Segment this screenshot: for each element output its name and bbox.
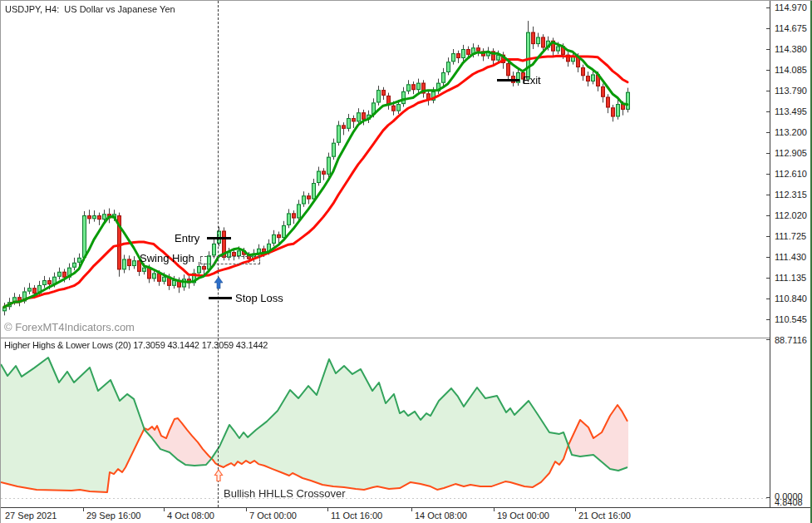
price-axis-label: 112.020: [775, 210, 807, 220]
price-axis-label: 113.495: [775, 106, 807, 116]
price-axis-label: 112.905: [775, 148, 807, 158]
stop-loss-label[interactable]: Stop Loss: [235, 292, 283, 304]
time-axis-label: 19 Oct 00:00: [497, 511, 549, 521]
price-axis-label: 111.135: [775, 273, 806, 283]
price-axis-label: 112.315: [775, 190, 807, 200]
price-axis-tick: [766, 319, 770, 320]
indicator-scale-tick: [766, 497, 770, 498]
price-axis-tick: [766, 195, 770, 195]
price-axis-tick: [766, 49, 770, 50]
price-axis-label: 112.610: [775, 169, 807, 179]
chart-symbol-title: USDJPY, H4: US Dollar vs Japanese Yen: [5, 4, 175, 14]
time-axis-label: 7 Oct 00:00: [249, 511, 297, 521]
price-axis-tick: [766, 153, 770, 154]
indicator-scale-min: 4.8408: [775, 497, 803, 507]
price-axis-tick: [766, 70, 770, 71]
time-axis-tick: [246, 508, 247, 511]
vertical-dashed-line[interactable]: [218, 1, 219, 507]
watermark-text: © ForexMT4Indicators.com: [4, 321, 135, 333]
price-axis-label: 114.970: [775, 2, 807, 12]
time-axis-label: 21 Oct 16:00: [578, 511, 631, 521]
price-axis-tick: [766, 7, 770, 8]
price-axis-label: 114.380: [775, 44, 807, 54]
exit-label[interactable]: Exit: [523, 74, 541, 86]
price-axis-label: 110.840: [775, 294, 807, 303]
price-axis-label: 114.085: [775, 65, 807, 75]
swing-high-dashed-zone[interactable]: [200, 256, 260, 264]
price-axis-label: 113.200: [775, 127, 807, 137]
price-axis-label: 111.430: [775, 252, 806, 262]
price-axis-tick: [766, 91, 770, 91]
price-axis-tick: [766, 215, 770, 216]
entry-price-line[interactable]: [207, 237, 231, 239]
crossover-label[interactable]: Bullish HHLLS Crossover: [224, 487, 346, 500]
time-axis: 27 Sep 202129 Sep 16:004 Oct 08:007 Oct …: [1, 507, 812, 523]
time-axis-tick: [411, 508, 412, 511]
time-axis-label: 4 Oct 08:00: [167, 511, 214, 521]
price-axis-label: 110.545: [775, 314, 807, 324]
time-axis-label: 11 Oct 16:00: [331, 511, 382, 521]
time-axis-label: 27 Sep 2021: [5, 511, 57, 521]
price-axis-tick: [766, 278, 770, 279]
price-axis-tick: [766, 299, 770, 299]
entry-label[interactable]: Entry: [175, 232, 199, 244]
mt-chart-window: USDJPY, H4: US Dollar vs Japanese Yen © …: [0, 0, 812, 523]
indicator-title: Higher Highs & Lower Lows (20) 17.3059 4…: [4, 340, 268, 350]
time-axis-tick: [494, 508, 495, 511]
price-axis-tick: [766, 132, 770, 133]
price-axis-label: 113.790: [775, 86, 807, 96]
main-chart-canvas[interactable]: [1, 1, 770, 338]
price-axis: 114.970114.675114.380114.085113.790113.4…: [770, 1, 812, 507]
buy-arrow-icon[interactable]: [214, 276, 224, 289]
indicator-panel: Higher Highs & Lower Lows (20) 17.3059 4…: [1, 338, 770, 507]
time-axis-label: 29 Sep 16:00: [86, 511, 140, 521]
price-axis-label: 111.725: [775, 231, 806, 241]
price-axis-tick: [766, 236, 770, 237]
swing-high-label[interactable]: Swing High: [140, 252, 194, 264]
indicator-scale-max: 88.7116: [775, 335, 807, 345]
time-axis-tick: [164, 508, 165, 511]
price-axis-tick: [766, 257, 770, 258]
time-axis-label: 14 Oct 08:00: [415, 511, 467, 521]
price-axis-label: 114.675: [775, 23, 807, 33]
crossover-arrow-icon[interactable]: [214, 469, 224, 482]
price-axis-tick: [766, 111, 770, 112]
price-axis-tick: [766, 28, 770, 29]
indicator-panel-canvas[interactable]: [1, 339, 770, 508]
time-axis-tick: [575, 508, 576, 511]
price-axis-tick: [766, 174, 770, 175]
exit-price-line[interactable]: [497, 79, 519, 81]
stop-loss-price-line[interactable]: [209, 297, 232, 299]
indicator-scale-tick: [766, 339, 770, 340]
time-axis-tick: [83, 508, 84, 511]
time-axis-tick: [327, 508, 328, 511]
